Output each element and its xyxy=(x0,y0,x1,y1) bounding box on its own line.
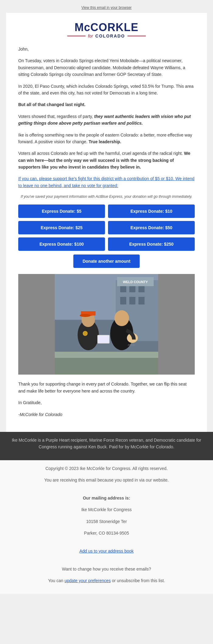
para4-start: Voters showed that, regardless of party, xyxy=(18,114,94,119)
footer-update-row: You can update your preferences or unsub… xyxy=(9,577,204,584)
footer-address1: Ike McCorkle for Congress xyxy=(9,506,204,513)
logo-colorado: COLORADO xyxy=(95,34,125,38)
paragraph-4: Voters showed that, regardless of party,… xyxy=(18,113,195,127)
svg-text:WELD COUNTY: WELD COUNTY xyxy=(123,280,148,284)
logo-line-left xyxy=(67,36,86,36)
svg-rect-8 xyxy=(138,297,145,304)
email-body: McCORKLE for COLORADO John, On Tuesday, … xyxy=(6,13,207,432)
svg-rect-7 xyxy=(129,297,135,304)
top-link-bar: View this email in your browser xyxy=(0,3,213,13)
para5-bold: True leadership. xyxy=(89,139,121,144)
svg-rect-6 xyxy=(120,297,126,304)
salutation: John, xyxy=(18,46,195,52)
paragraph-6: Voters all across Colorado are fed up wi… xyxy=(18,150,195,170)
signature: -McCorkle for Colorado xyxy=(18,411,195,418)
paragraph-3: But all of that changed last night. xyxy=(18,101,195,108)
logo-mc: Mc xyxy=(75,21,90,34)
outer-wrapper: View this email in your browser McCORKLE… xyxy=(0,0,213,597)
logo-text: McCORKLE xyxy=(18,22,195,33)
svg-point-23 xyxy=(83,332,87,335)
add-to-address-book-link[interactable]: Add us to your address book xyxy=(79,549,134,553)
footer-update-text: You can xyxy=(48,578,63,583)
svg-text:Attatah: Attatah xyxy=(127,344,134,346)
donate-btn-100[interactable]: Express Donate: $100 xyxy=(18,237,105,251)
logo-corkle: CORKLE xyxy=(90,21,138,34)
donate-other-button[interactable]: Donate another amount xyxy=(73,254,139,268)
update-preferences-link[interactable]: update your preferences xyxy=(65,578,111,583)
campaign-image: WELD COUNTY xyxy=(18,274,195,375)
logo-for: for xyxy=(88,34,93,38)
footer-change-note: Want to change how you receive these ema… xyxy=(9,566,204,572)
footer-receiving: You are receiving this email because you… xyxy=(9,477,204,483)
signature-italic: -McCorkle for Colorado xyxy=(18,412,62,417)
footer-dark: Ike McCorkle is a Purple Heart recipient… xyxy=(0,432,213,460)
footer-or-text: or unsubscribe from this list. xyxy=(112,578,165,583)
donate-other-wrap: Donate another amount xyxy=(18,254,195,268)
footer-light: Copyright © 2023 Ike McCorkle for Congre… xyxy=(0,460,213,594)
footer-address3: Parker, CO 80134-9505 xyxy=(9,530,204,536)
actblue-note: If you've saved your payment information… xyxy=(18,194,195,200)
footer-address2: 10158 Stoneridge Ter xyxy=(9,518,204,525)
footer-mailing-header: Our mailing address is: xyxy=(9,495,204,501)
para6-start: Voters all across Colorado are fed up wi… xyxy=(18,151,184,156)
svg-rect-20 xyxy=(55,352,158,358)
donate-btn-50[interactable]: Express Donate: $50 xyxy=(108,221,195,234)
donate-btn-250[interactable]: Express Donate: $250 xyxy=(108,237,195,251)
paragraph-1: On Tuesday, voters in Colorado Springs e… xyxy=(18,57,195,78)
svg-point-15 xyxy=(80,314,91,317)
view-in-browser-link[interactable]: View this email in your browser xyxy=(81,5,131,10)
paragraph-7: Thank you for supporting change in every… xyxy=(18,381,195,394)
paragraph-2: In 2020, El Paso County, which includes … xyxy=(18,83,195,97)
donate-grid: Express Donate: $5 Express Donate: $10 E… xyxy=(18,205,195,251)
donate-btn-5[interactable]: Express Donate: $5 xyxy=(18,205,105,218)
footer-copyright: Copyright © 2023 Ike McCorkle for Congre… xyxy=(9,465,204,472)
donate-btn-10[interactable]: Express Donate: $10 xyxy=(108,205,195,218)
paragraph-5: Ike is offering something new to the peo… xyxy=(18,132,195,145)
logo-subtitle: for COLORADO xyxy=(18,34,195,38)
footer-dark-text: Ike McCorkle is a Purple Heart recipient… xyxy=(9,437,204,450)
svg-point-17 xyxy=(114,310,129,326)
svg-rect-25 xyxy=(98,336,109,343)
support-link[interactable]: If you can, please support Ike's fight f… xyxy=(18,175,195,189)
closing: In Gratitude, xyxy=(18,399,195,406)
logo-line-right xyxy=(127,36,146,36)
donate-btn-25[interactable]: Express Donate: $25 xyxy=(18,221,105,234)
logo-area: McCORKLE for COLORADO xyxy=(18,22,195,38)
